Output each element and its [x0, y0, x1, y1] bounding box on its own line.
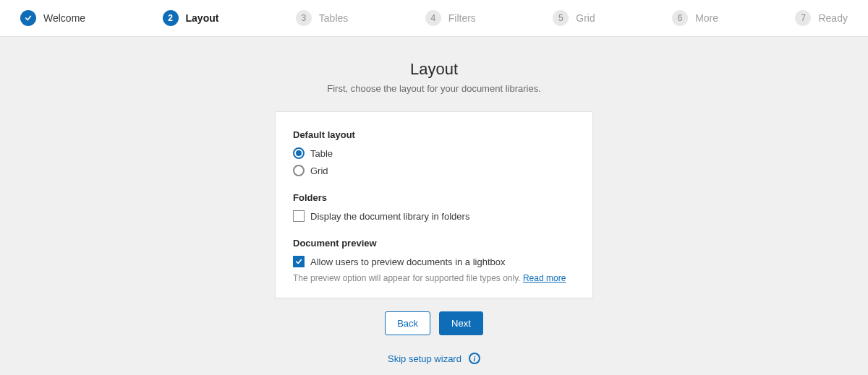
step-more[interactable]: 6 More	[672, 10, 718, 26]
step-welcome[interactable]: Welcome	[20, 10, 85, 26]
section-title: Folders	[293, 192, 575, 203]
read-more-link[interactable]: Read more	[523, 273, 566, 283]
section-title: Document preview	[293, 238, 575, 249]
step-tables[interactable]: 3 Tables	[296, 10, 348, 26]
step-label: Layout	[186, 12, 219, 24]
step-label: Filters	[448, 12, 476, 24]
preview-section: Document preview Allow users to preview …	[293, 238, 575, 283]
section-title: Default layout	[293, 129, 575, 140]
checkbox-folders[interactable]: Display the document library in folders	[293, 210, 575, 222]
page-title: Layout	[0, 60, 868, 79]
page-subtitle: First, choose the layout for your docume…	[0, 83, 868, 94]
radio-icon	[293, 165, 305, 176]
folders-section: Folders Display the document library in …	[293, 192, 575, 222]
step-layout[interactable]: 2 Layout	[163, 10, 219, 26]
step-label: Ready	[818, 12, 847, 24]
step-number-icon: 7	[795, 10, 811, 26]
radio-icon	[293, 147, 305, 159]
step-number-icon: 4	[425, 10, 441, 26]
main-content: Layout First, choose the layout for your…	[0, 37, 868, 375]
checkbox-label: Allow users to preview documents in a li…	[310, 257, 506, 267]
button-row: Back Next	[275, 311, 593, 335]
preview-hint: The preview option will appear for suppo…	[293, 273, 575, 283]
step-grid[interactable]: 5 Grid	[553, 10, 595, 26]
step-number-icon: 3	[296, 10, 312, 26]
checkbox-preview[interactable]: Allow users to preview documents in a li…	[293, 256, 575, 267]
wizard-stepper: Welcome 2 Layout 3 Tables 4 Filters 5 Gr…	[0, 0, 868, 37]
step-number-icon: 2	[163, 10, 179, 26]
step-ready[interactable]: 7 Ready	[795, 10, 847, 26]
step-label: Welcome	[43, 12, 85, 24]
step-label: Grid	[576, 12, 595, 24]
checkbox-icon	[293, 210, 305, 222]
next-button[interactable]: Next	[439, 311, 483, 335]
step-label: More	[695, 12, 718, 24]
checkbox-icon	[293, 256, 305, 267]
radio-label: Table	[310, 148, 333, 159]
step-label: Tables	[319, 12, 348, 24]
step-number-icon: 6	[672, 10, 688, 26]
skip-row: Skip setup wizard i	[0, 353, 868, 364]
back-button[interactable]: Back	[385, 311, 430, 335]
step-filters[interactable]: 4 Filters	[425, 10, 476, 26]
default-layout-section: Default layout Table Grid	[293, 129, 575, 176]
checkbox-label: Display the document library in folders	[310, 211, 469, 222]
step-number-icon: 5	[553, 10, 569, 26]
radio-label: Grid	[310, 165, 328, 176]
skip-setup-link[interactable]: Skip setup wizard	[388, 353, 461, 364]
settings-card: Default layout Table Grid Folders Displa…	[275, 111, 593, 298]
info-icon[interactable]: i	[469, 353, 480, 364]
checkmark-icon	[20, 10, 36, 26]
radio-grid[interactable]: Grid	[293, 165, 575, 176]
radio-table[interactable]: Table	[293, 147, 575, 159]
